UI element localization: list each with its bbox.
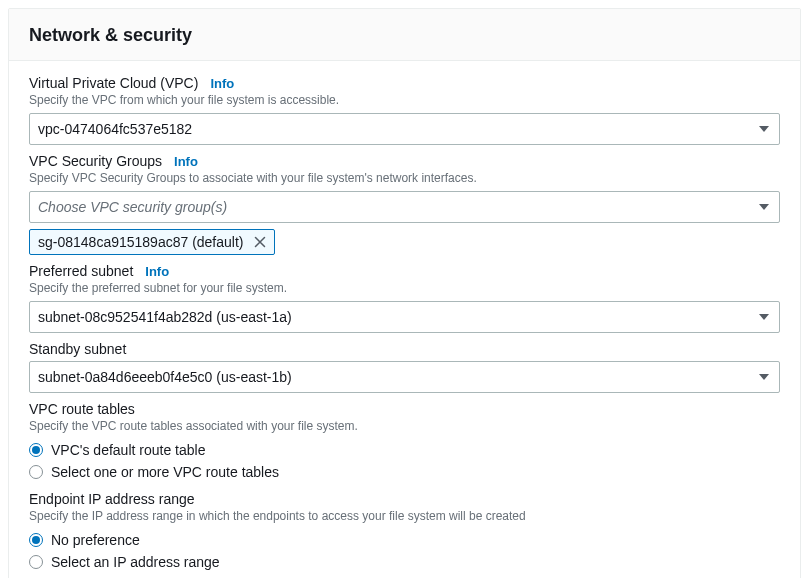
vpc-info-link[interactable]: Info (210, 76, 234, 91)
security-groups-info-link[interactable]: Info (174, 154, 198, 169)
security-groups-tokens: sg-08148ca915189ac87 (default) (29, 229, 780, 255)
panel-header: Network & security (9, 9, 800, 61)
endpoint-range-option-select[interactable]: Select an IP address range (29, 551, 780, 573)
route-tables-option-default[interactable]: VPC's default route table (29, 439, 780, 461)
endpoint-range-field: Endpoint IP address range Specify the IP… (29, 491, 780, 573)
security-groups-label: VPC Security Groups (29, 153, 162, 169)
standby-subnet-select[interactable]: subnet-0a84d6eeeb0f4e5c0 (us-east-1b) (29, 361, 780, 393)
preferred-subnet-field: Preferred subnet Info Specify the prefer… (29, 263, 780, 333)
endpoint-range-option-select-label: Select an IP address range (51, 554, 220, 570)
route-tables-desc: Specify the VPC route tables associated … (29, 419, 780, 433)
preferred-subnet-select[interactable]: subnet-08c952541f4ab282d (us-east-1a) (29, 301, 780, 333)
caret-down-icon (759, 204, 769, 210)
security-groups-desc: Specify VPC Security Groups to associate… (29, 171, 780, 185)
vpc-label: Virtual Private Cloud (VPC) (29, 75, 198, 91)
route-tables-option-default-label: VPC's default route table (51, 442, 205, 458)
network-security-panel: Network & security Virtual Private Cloud… (8, 8, 801, 578)
security-group-token: sg-08148ca915189ac87 (default) (29, 229, 275, 255)
endpoint-range-option-nopref[interactable]: No preference (29, 529, 780, 551)
endpoint-range-desc: Specify the IP address range in which th… (29, 509, 780, 523)
endpoint-range-label: Endpoint IP address range (29, 491, 195, 507)
panel-title: Network & security (29, 25, 780, 46)
route-tables-option-select[interactable]: Select one or more VPC route tables (29, 461, 780, 483)
radio-icon (29, 533, 43, 547)
radio-icon (29, 465, 43, 479)
security-groups-placeholder: Choose VPC security group(s) (38, 199, 227, 215)
security-groups-select[interactable]: Choose VPC security group(s) (29, 191, 780, 223)
caret-down-icon (759, 126, 769, 132)
vpc-desc: Specify the VPC from which your file sys… (29, 93, 780, 107)
route-tables-label: VPC route tables (29, 401, 135, 417)
security-groups-field: VPC Security Groups Info Specify VPC Sec… (29, 153, 780, 255)
vpc-select-value: vpc-0474064fc537e5182 (38, 121, 192, 137)
preferred-subnet-desc: Specify the preferred subnet for your fi… (29, 281, 780, 295)
preferred-subnet-label: Preferred subnet (29, 263, 133, 279)
standby-subnet-field: Standby subnet subnet-0a84d6eeeb0f4e5c0 … (29, 341, 780, 393)
preferred-subnet-info-link[interactable]: Info (145, 264, 169, 279)
token-remove-button[interactable] (252, 234, 268, 250)
vpc-field: Virtual Private Cloud (VPC) Info Specify… (29, 75, 780, 145)
preferred-subnet-value: subnet-08c952541f4ab282d (us-east-1a) (38, 309, 292, 325)
security-group-token-label: sg-08148ca915189ac87 (default) (38, 234, 244, 250)
caret-down-icon (759, 374, 769, 380)
endpoint-range-option-nopref-label: No preference (51, 532, 140, 548)
radio-icon (29, 443, 43, 457)
caret-down-icon (759, 314, 769, 320)
vpc-select[interactable]: vpc-0474064fc537e5182 (29, 113, 780, 145)
standby-subnet-value: subnet-0a84d6eeeb0f4e5c0 (us-east-1b) (38, 369, 292, 385)
panel-body: Virtual Private Cloud (VPC) Info Specify… (9, 61, 800, 578)
route-tables-option-select-label: Select one or more VPC route tables (51, 464, 279, 480)
route-tables-field: VPC route tables Specify the VPC route t… (29, 401, 780, 483)
close-icon (254, 236, 266, 248)
standby-subnet-label: Standby subnet (29, 341, 126, 357)
radio-icon (29, 555, 43, 569)
